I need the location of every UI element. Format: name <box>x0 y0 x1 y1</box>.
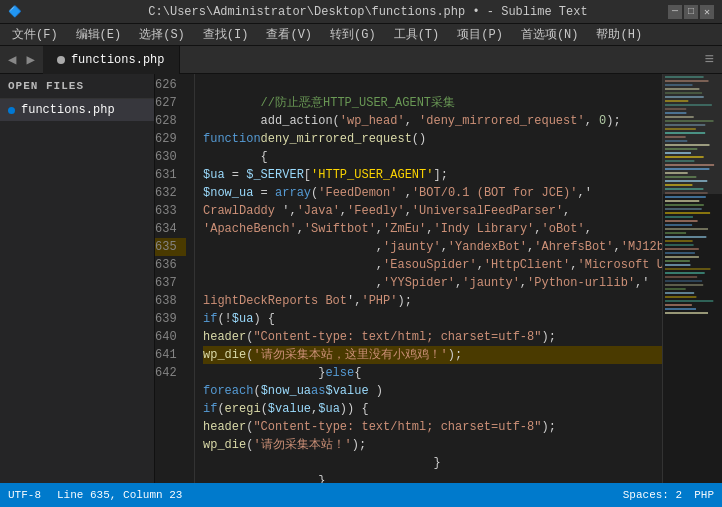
menubar: 文件(F)编辑(E)选择(S)查找(I)查看(V)转到(G)工具(T)项目(P)… <box>0 24 722 46</box>
minimize-button[interactable]: ─ <box>668 5 682 19</box>
code-line-632b: CrawlDaddy ','Java','Feedly','UniversalF… <box>203 202 722 220</box>
statusbar-left: UTF-8 Line 635, Column 23 <box>8 489 182 501</box>
menu-item-f[interactable]: 文件(F) <box>4 24 66 45</box>
menu-item-h[interactable]: 帮助(H) <box>588 24 650 45</box>
code-line-639: header("Content-type: text/html; charset… <box>203 418 722 436</box>
statusbar-right: Spaces: 2 PHP <box>623 489 714 501</box>
titlebar-controls: ─ □ ✕ <box>668 5 714 19</box>
statusbar: UTF-8 Line 635, Column 23 Spaces: 2 PHP <box>0 483 722 507</box>
close-button[interactable]: ✕ <box>700 5 714 19</box>
main-area: OPEN FILES functions.php 626627628629630… <box>0 74 722 483</box>
code-line-632g: lightDeckReports Bot','PHP'); <box>203 292 722 310</box>
line-number-631: 631 <box>155 166 186 184</box>
code-line-635: wp_die('请勿采集本站，这里没有小鸡鸡！'); <box>203 346 722 364</box>
tabbar-arrows: ◀ ▶ <box>0 51 43 68</box>
titlebar: 🔷 C:\Users\Administrator\Desktop\functio… <box>0 0 722 24</box>
tab-label: functions.php <box>71 53 165 67</box>
status-encoding[interactable]: UTF-8 <box>8 489 41 501</box>
editor[interactable]: 6266276286296306316326336346356366376386… <box>155 74 722 483</box>
menu-item-p[interactable]: 项目(P) <box>449 24 511 45</box>
code-line-626 <box>203 76 722 94</box>
sidebar: OPEN FILES functions.php <box>0 74 155 483</box>
code-line-632f: ,'YYSpider','jaunty','Python-urllib',' <box>203 274 722 292</box>
code-area: 6266276286296306316326336346356366376386… <box>155 74 722 483</box>
line-number-634: 634 <box>155 220 186 238</box>
maximize-button[interactable]: □ <box>684 5 698 19</box>
line-number-641: 641 <box>155 346 186 364</box>
menu-item-e[interactable]: 编辑(E) <box>68 24 130 45</box>
status-spaces[interactable]: Spaces: 2 <box>623 489 682 501</box>
tab-arrow-right[interactable]: ▶ <box>22 51 38 68</box>
tab-modified-dot <box>57 56 65 64</box>
code-line-634: header("Content-type: text/html; charset… <box>203 328 722 346</box>
code-line-632c: 'ApacheBench','Swiftbot','ZmEu','Indy Li… <box>203 220 722 238</box>
menu-item-v[interactable]: 查看(V) <box>258 24 320 45</box>
line-number-632: 632 <box>155 184 186 202</box>
tabbar: ◀ ▶ functions.php ≡ <box>0 46 722 74</box>
code-line-637: foreach($now_ua as $value ) <box>203 382 722 400</box>
tabbar-menu-icon[interactable]: ≡ <box>704 51 722 69</box>
sidebar-header: OPEN FILES <box>0 74 154 99</box>
menu-item-s[interactable]: 选择(S) <box>131 24 193 45</box>
code-line-630: { <box>203 148 722 166</box>
code-line-632a: $now_ua = array('FeedDemon' ,'BOT/0.1 (B… <box>203 184 722 202</box>
code-line-627: //防止恶意HTTP_USER_AGENT采集 <box>203 94 722 112</box>
line-number-639: 639 <box>155 310 186 328</box>
line-number-638: 638 <box>155 292 186 310</box>
code-line-632e: ,'EasouSpider','HttpClient','Microsoft U… <box>203 256 722 274</box>
line-number-635: 635 <box>155 238 186 256</box>
line-number-626: 626 <box>155 76 186 94</box>
menu-item-i[interactable]: 查找(I) <box>195 24 257 45</box>
line-number-628: 628 <box>155 112 186 130</box>
sidebar-file-name: functions.php <box>21 103 115 117</box>
line-number-630: 630 <box>155 148 186 166</box>
titlebar-title: C:\Users\Administrator\Desktop\functions… <box>68 5 668 19</box>
line-number-633: 633 <box>155 202 186 220</box>
file-dot <box>8 107 15 114</box>
tab-functions-php[interactable]: functions.php <box>43 46 180 74</box>
menu-item-g[interactable]: 转到(G) <box>322 24 384 45</box>
code-line-636: }else{ <box>203 364 722 382</box>
line-number-636: 636 <box>155 256 186 274</box>
line-number-629: 629 <box>155 130 186 148</box>
code-line-640: wp_die('请勿采集本站！'); <box>203 436 722 454</box>
status-language[interactable]: PHP <box>694 489 714 501</box>
sidebar-item-functions-php[interactable]: functions.php <box>0 99 154 121</box>
line-number-627: 627 <box>155 94 186 112</box>
line-numbers: 6266276286296306316326336346356366376386… <box>155 74 195 483</box>
minimap <box>662 74 722 483</box>
status-line-col[interactable]: Line 635, Column 23 <box>57 489 182 501</box>
code-line-638: if(eregi($value,$ua)) { <box>203 400 722 418</box>
line-number-640: 640 <box>155 328 186 346</box>
tab-arrow-left[interactable]: ◀ <box>4 51 20 68</box>
code-line-641: } <box>203 454 722 472</box>
code-content[interactable]: //防止恶意HTTP_USER_AGENT采集 add_action('wp_h… <box>195 74 722 483</box>
code-line-628: add_action('wp_head', 'deny_mirrored_req… <box>203 112 722 130</box>
code-line-631: $ua = $_SERVER['HTTP_USER_AGENT']; <box>203 166 722 184</box>
titlebar-icon: 🔷 <box>8 5 22 18</box>
code-line-633: if(!$ua) { <box>203 310 722 328</box>
menu-item-t[interactable]: 工具(T) <box>386 24 448 45</box>
line-number-637: 637 <box>155 274 186 292</box>
code-line-632d: ,'jaunty','YandexBot','AhrefsBot','MJ12b… <box>203 238 722 256</box>
line-number-642: 642 <box>155 364 186 382</box>
code-line-629: function deny_mirrored_request() <box>203 130 722 148</box>
menu-item-n[interactable]: 首选项(N) <box>513 24 587 45</box>
code-line-642: } <box>203 472 722 483</box>
minimap-viewport <box>663 74 722 194</box>
